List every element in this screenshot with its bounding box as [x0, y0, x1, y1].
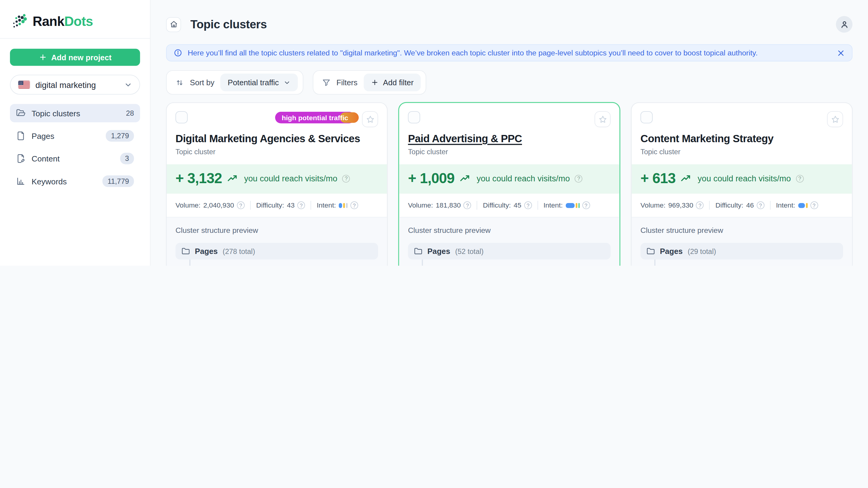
- filters-group: Filters Add filter: [313, 70, 426, 95]
- card-checkbox[interactable]: [641, 111, 652, 123]
- stats-row: Volume:181,830 Difficulty:45 Intent:: [399, 194, 619, 217]
- card-checkbox[interactable]: [176, 111, 187, 123]
- reach-value: + 3,132: [176, 170, 222, 187]
- preview-heading: Cluster structure preview: [408, 226, 611, 235]
- help-icon[interactable]: [696, 201, 704, 209]
- sidebar-item-pages[interactable]: Pages 1,279: [10, 127, 140, 145]
- chevron-down-icon: [124, 80, 132, 89]
- sort-arrows-icon: [176, 78, 184, 87]
- help-icon[interactable]: [582, 201, 590, 209]
- topic-cluster-grid: high potential traffic Digital Marketing…: [166, 102, 852, 266]
- sidebar-divider: [0, 38, 150, 39]
- divider: [537, 201, 538, 210]
- cluster-title-link[interactable]: Paid Advertising & PPC: [408, 133, 611, 145]
- bar-chart-icon: [16, 176, 25, 186]
- cluster-structure-preview: Cluster structure preview Pages(278 tota…: [167, 217, 387, 266]
- stats-row: Volume:2,040,930 Difficulty:43 Intent:: [167, 194, 387, 217]
- folder-icon: [414, 247, 423, 255]
- folder-open-icon: [16, 108, 25, 118]
- favorite-star-button[interactable]: [595, 111, 611, 127]
- help-icon[interactable]: [796, 174, 804, 182]
- info-icon: [174, 49, 182, 57]
- sidebar-item-label: Pages: [32, 131, 55, 140]
- banner-close-button[interactable]: [837, 49, 845, 57]
- favorite-star-button[interactable]: [827, 111, 843, 127]
- sidebar: RankDots Add new project digital marketi…: [0, 0, 151, 266]
- user-avatar-button[interactable]: [836, 16, 852, 33]
- intent-bars: [565, 203, 579, 208]
- info-banner: Here you’ll find all the topic clusters …: [166, 44, 852, 61]
- pages-root-row: Pages(278 total): [176, 243, 378, 259]
- plus-icon: [371, 78, 378, 87]
- file-icon: [16, 131, 25, 140]
- trending-up-icon: [459, 173, 470, 184]
- folder-icon: [181, 247, 190, 255]
- cluster-subtitle: Topic cluster: [176, 148, 378, 156]
- divider: [311, 201, 311, 210]
- sort-value-dropdown[interactable]: Potential traffic: [221, 73, 298, 91]
- plus-icon: [38, 53, 47, 61]
- project-selector[interactable]: digital marketing: [10, 75, 140, 95]
- help-icon[interactable]: [524, 201, 532, 209]
- reach-band: + 1,009 you could reach visits/mo: [399, 164, 619, 194]
- cluster-title: Content Marketing Strategy: [641, 133, 843, 145]
- user-icon: [839, 20, 849, 29]
- help-icon[interactable]: [464, 201, 471, 209]
- trending-up-icon: [681, 173, 691, 184]
- topic-cluster-card-highlighted: Paid Advertising & PPC Topic cluster + 1…: [398, 102, 620, 266]
- sidebar-item-keywords[interactable]: Keywords 11,779: [10, 172, 140, 190]
- chevron-down-icon: [283, 79, 290, 86]
- add-filter-button[interactable]: Add filter: [364, 73, 421, 91]
- help-icon[interactable]: [756, 201, 764, 209]
- rankdots-logo-icon: [11, 13, 28, 30]
- page-title: Topic clusters: [190, 18, 267, 31]
- reach-band: + 613 you could reach visits/mo: [632, 164, 852, 194]
- sidebar-item-count: 1,279: [106, 130, 134, 142]
- file-pen-icon: [16, 154, 25, 163]
- help-icon[interactable]: [810, 201, 818, 209]
- help-icon[interactable]: [342, 174, 350, 182]
- sidebar-item-label: Topic clusters: [32, 109, 80, 118]
- star-icon: [831, 115, 839, 124]
- cluster-structure-preview: Cluster structure preview Pages(29 total…: [632, 217, 852, 266]
- reach-label: you could reach visits/mo: [476, 174, 569, 183]
- reach-band: + 3,132 you could reach visits/mo: [167, 164, 387, 194]
- toolbar: Sort by Potential traffic Filters Add fi…: [166, 70, 852, 95]
- brand-logo: RankDots: [11, 12, 139, 31]
- topic-cluster-card: high potential traffic Digital Marketing…: [166, 102, 388, 266]
- sidebar-nav: Topic clusters 28 Pages 1,279 Content 3 …: [10, 104, 140, 190]
- topic-cluster-card: Content Marketing Strategy Topic cluster…: [631, 102, 852, 266]
- home-icon: [170, 21, 178, 28]
- reach-value: + 1,009: [408, 170, 455, 187]
- cluster-structure-preview: Cluster structure preview Pages(52 total…: [399, 217, 619, 266]
- volume-stat: Volume:2,040,930: [176, 201, 244, 209]
- pages-root-row: Pages(29 total): [641, 243, 843, 259]
- divider: [250, 201, 251, 210]
- project-name: digital marketing: [36, 80, 96, 89]
- intent-stat: Intent:: [317, 201, 358, 209]
- divider: [770, 201, 770, 210]
- help-icon[interactable]: [237, 201, 245, 209]
- sidebar-item-label: Keywords: [32, 177, 67, 186]
- favorite-star-button[interactable]: [362, 111, 378, 127]
- star-icon: [366, 115, 374, 124]
- folder-icon: [647, 247, 655, 255]
- sidebar-item-count: 3: [120, 153, 134, 164]
- help-icon[interactable]: [350, 201, 358, 209]
- sidebar-item-content[interactable]: Content 3: [10, 150, 140, 168]
- volume-stat: Volume:181,830: [408, 201, 471, 209]
- info-banner-text: Here you’ll find all the topic clusters …: [188, 49, 758, 57]
- sidebar-item-topic-clusters[interactable]: Topic clusters 28: [10, 104, 140, 122]
- intent-bars: [339, 203, 347, 208]
- intent-bars: [798, 203, 807, 208]
- sidebar-item-count: 28: [126, 109, 134, 118]
- help-icon[interactable]: [298, 201, 305, 209]
- sort-by-label: Sort by: [190, 78, 214, 87]
- help-icon[interactable]: [575, 174, 583, 182]
- home-button[interactable]: [166, 17, 181, 32]
- star-icon: [598, 115, 607, 124]
- divider: [710, 201, 710, 210]
- card-checkbox[interactable]: [408, 111, 420, 123]
- add-new-project-button[interactable]: Add new project: [10, 49, 140, 66]
- cluster-title: Digital Marketing Agencies & Services: [176, 133, 378, 145]
